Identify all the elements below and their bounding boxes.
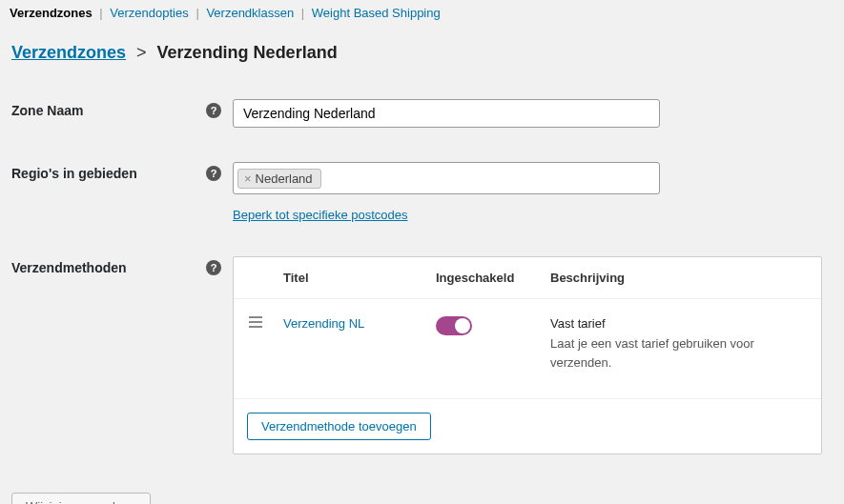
tab-weight-based-shipping[interactable]: Weight Based Shipping bbox=[312, 6, 441, 20]
tab-verzendzones[interactable]: Verzendzones bbox=[10, 6, 93, 20]
limit-postcodes-link[interactable]: Beperk tot specifieke postcodes bbox=[233, 208, 408, 222]
subnav-tabs: Verzendzones | Verzendopties | Verzendkl… bbox=[0, 0, 844, 26]
shipping-methods-table: Titel Ingeschakeld Beschrijving Verzendi… bbox=[233, 256, 822, 454]
tab-verzendklassen[interactable]: Verzendklassen bbox=[206, 6, 294, 20]
method-desc-title: Vast tarief bbox=[550, 316, 806, 331]
help-icon[interactable]: ? bbox=[206, 166, 221, 181]
method-title-link[interactable]: Verzending NL bbox=[283, 316, 364, 331]
breadcrumb: Verzendzones > Verzending Nederland bbox=[0, 26, 844, 72]
tab-verzendopties[interactable]: Verzendopties bbox=[110, 6, 188, 20]
help-icon[interactable]: ? bbox=[206, 260, 221, 275]
region-tag[interactable]: × Nederland bbox=[237, 169, 321, 189]
save-changes-button[interactable]: Wijzigingen opslaan bbox=[11, 493, 151, 504]
help-icon[interactable]: ? bbox=[206, 103, 221, 118]
method-desc-text: Laat je een vast tarief gebruiken voor v… bbox=[550, 334, 806, 372]
column-enabled: Ingeschakeld bbox=[436, 271, 550, 285]
regions-label: Regio's in gebieden bbox=[11, 166, 137, 181]
table-row: Verzending NL Vast tarief Laat je een va… bbox=[234, 299, 821, 399]
column-title: Titel bbox=[283, 271, 436, 285]
breadcrumb-root[interactable]: Verzendzones bbox=[11, 43, 126, 62]
remove-tag-icon[interactable]: × bbox=[244, 171, 252, 186]
zone-name-input[interactable] bbox=[233, 99, 660, 128]
breadcrumb-current: Verzending Nederland bbox=[157, 43, 338, 62]
enabled-toggle[interactable] bbox=[436, 316, 472, 335]
methods-label: Verzendmethoden bbox=[11, 260, 127, 275]
regions-input[interactable]: × Nederland bbox=[233, 162, 660, 194]
region-tag-label: Nederland bbox=[256, 171, 313, 186]
add-shipping-method-button[interactable]: Verzendmethode toevoegen bbox=[247, 413, 431, 440]
zone-name-label: Zone Naam bbox=[11, 103, 83, 118]
column-description: Beschrijving bbox=[550, 271, 806, 285]
drag-handle-icon[interactable] bbox=[249, 316, 262, 328]
